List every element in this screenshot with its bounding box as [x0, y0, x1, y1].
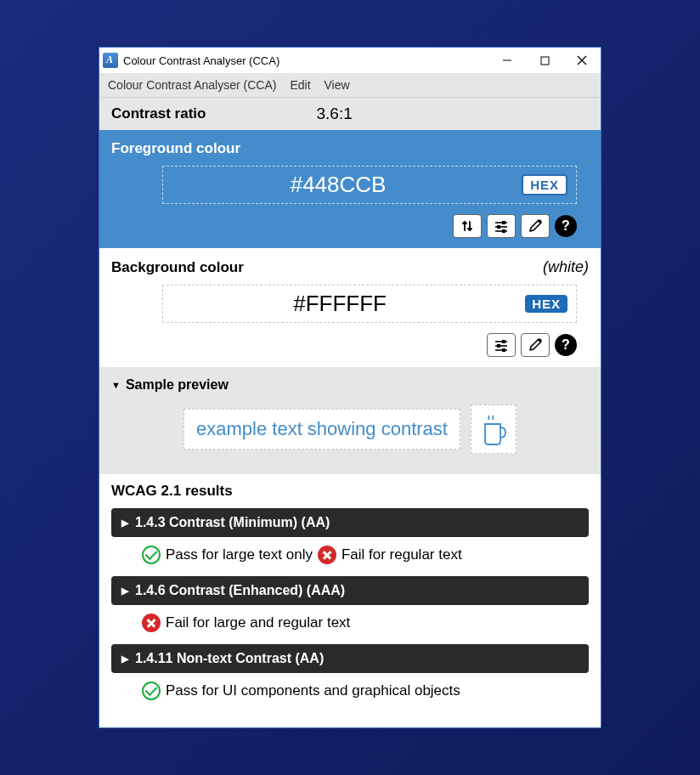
- foreground-sliders-button[interactable]: [487, 214, 516, 238]
- background-eyedropper-button[interactable]: [521, 333, 550, 357]
- eyedropper-icon: [528, 218, 543, 234]
- result-body-1: Fail for large and regular text: [111, 605, 589, 644]
- pass-icon: [142, 682, 161, 700]
- result-body-2: Pass for UI components and graphical obj…: [111, 673, 589, 712]
- foreground-heading: Foreground colour: [111, 140, 589, 157]
- close-icon: [577, 55, 587, 65]
- chevron-right-icon: [121, 653, 128, 665]
- results-heading: WCAG 2.1 results: [111, 483, 589, 500]
- result-body-0: Pass for large text only Fail for regula…: [111, 537, 589, 576]
- results-panel: WCAG 2.1 results 1.4.3 Contrast (Minimum…: [99, 474, 601, 727]
- foreground-panel: Foreground colour #448CCB HEX ?: [99, 130, 601, 248]
- result-title-2: 1.4.11 Non-text Contrast (AA): [135, 651, 324, 666]
- svg-rect-15: [497, 344, 500, 348]
- background-tools: ?: [111, 333, 577, 357]
- result-fail-text-0: Fail for regular text: [342, 546, 462, 563]
- background-help-button[interactable]: ?: [555, 334, 577, 356]
- menu-edit[interactable]: Edit: [290, 78, 310, 92]
- swap-icon: [460, 219, 474, 233]
- svg-rect-1: [541, 57, 549, 65]
- menu-view[interactable]: View: [325, 78, 350, 92]
- result-header-2[interactable]: 1.4.11 Non-text Contrast (AA): [111, 644, 589, 673]
- menu-app[interactable]: Colour Contrast Analyser (CCA): [108, 78, 276, 92]
- preview-heading-label: Sample preview: [126, 377, 229, 393]
- contrast-ratio-value: 3.6:1: [316, 105, 352, 123]
- svg-rect-9: [502, 229, 505, 233]
- preview-row: example text showing contrast: [111, 404, 589, 454]
- help-icon: ?: [562, 337, 570, 353]
- titlebar: Colour Contrast Analyser (CCA): [99, 48, 601, 73]
- foreground-format-badge[interactable]: HEX: [522, 174, 567, 195]
- svg-point-17: [539, 339, 542, 342]
- help-icon: ?: [562, 218, 570, 234]
- background-field[interactable]: #FFFFFF HEX: [162, 285, 577, 323]
- svg-rect-16: [502, 348, 505, 352]
- background-heading: Background colour: [111, 259, 244, 276]
- result-pass-text-0: Pass for large text only: [166, 546, 313, 563]
- background-panel: Background colour (white) #FFFFFF HEX ?: [99, 248, 601, 367]
- preview-panel: Sample preview example text showing cont…: [99, 367, 601, 474]
- result-pass-text-2: Pass for UI components and graphical obj…: [166, 682, 460, 699]
- menubar: Colour Contrast Analyser (CCA) Edit View: [99, 73, 601, 97]
- window-buttons: [488, 48, 601, 73]
- sliders-icon: [494, 338, 509, 352]
- result-fail-text-1: Fail for large and regular text: [166, 614, 350, 631]
- mug-icon: [478, 412, 509, 446]
- sliders-icon: [494, 219, 509, 233]
- maximize-button[interactable]: [526, 48, 563, 73]
- contrast-ratio-label: Contrast ratio: [111, 105, 206, 122]
- background-sliders-button[interactable]: [487, 333, 516, 357]
- maximize-icon: [540, 56, 550, 65]
- svg-point-10: [539, 220, 542, 223]
- app-icon: [103, 53, 118, 68]
- result-header-1[interactable]: 1.4.6 Contrast (Enhanced) (AAA): [111, 576, 589, 605]
- result-title-0: 1.4.3 Contrast (Minimum) (AA): [135, 515, 330, 530]
- background-format-badge[interactable]: HEX: [525, 295, 567, 313]
- result-title-1: 1.4.6 Contrast (Enhanced) (AAA): [135, 583, 345, 598]
- foreground-eyedropper-button[interactable]: [521, 214, 550, 238]
- swap-button[interactable]: [453, 214, 482, 238]
- preview-icon-box[interactable]: [471, 404, 517, 454]
- preview-text[interactable]: example text showing contrast: [183, 409, 460, 450]
- svg-rect-14: [502, 340, 505, 343]
- window-title: Colour Contrast Analyser (CCA): [123, 54, 488, 67]
- preview-heading[interactable]: Sample preview: [111, 377, 589, 393]
- background-colorname: (white): [543, 258, 589, 276]
- chevron-right-icon: [121, 518, 128, 529]
- foreground-tools: ?: [111, 214, 577, 238]
- minimize-icon: [502, 55, 512, 65]
- result-header-0[interactable]: 1.4.3 Contrast (Minimum) (AA): [111, 508, 589, 537]
- close-button[interactable]: [563, 48, 601, 73]
- foreground-help-button[interactable]: ?: [555, 215, 577, 237]
- svg-rect-7: [502, 221, 505, 224]
- minimize-button[interactable]: [488, 48, 526, 73]
- chevron-right-icon: [121, 585, 128, 597]
- app-window: Colour Contrast Analyser (CCA) Colour Co…: [99, 47, 601, 728]
- fail-icon: [142, 614, 161, 632]
- eyedropper-icon: [528, 337, 543, 353]
- contrast-ratio-bar: Contrast ratio 3.6:1: [99, 97, 601, 130]
- svg-rect-8: [497, 225, 500, 229]
- pass-icon: [142, 546, 161, 564]
- fail-icon: [318, 546, 336, 564]
- background-value: #FFFFFF: [172, 291, 508, 317]
- foreground-field[interactable]: #448CCB HEX: [162, 166, 577, 204]
- foreground-value: #448CCB: [172, 172, 505, 198]
- chevron-down-icon: [111, 380, 121, 390]
